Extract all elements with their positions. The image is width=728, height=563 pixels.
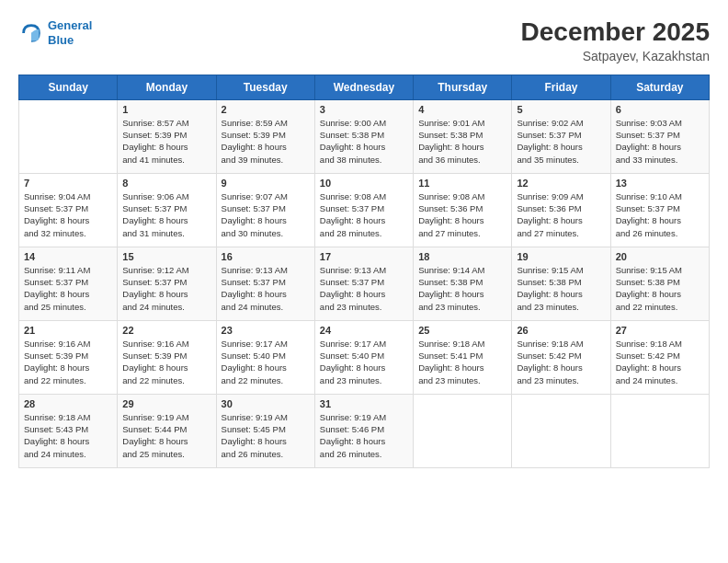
title-block: December 2025 Satpayev, Kazakhstan — [521, 18, 710, 63]
calendar-cell: 15Sunrise: 9:12 AM Sunset: 5:37 PM Dayli… — [118, 247, 216, 320]
day-header-monday: Monday — [118, 75, 216, 99]
day-info: Sunrise: 9:19 AM Sunset: 5:46 PM Dayligh… — [320, 411, 408, 460]
calendar-cell: 2Sunrise: 8:59 AM Sunset: 5:39 PM Daylig… — [216, 99, 314, 173]
calendar-cell: 18Sunrise: 9:14 AM Sunset: 5:38 PM Dayli… — [414, 247, 512, 320]
day-number: 17 — [320, 251, 408, 262]
calendar-cell: 9Sunrise: 9:07 AM Sunset: 5:37 PM Daylig… — [216, 173, 314, 247]
day-number: 6 — [616, 104, 704, 115]
day-number: 24 — [320, 325, 408, 336]
day-number: 7 — [24, 178, 112, 189]
calendar-cell: 12Sunrise: 9:09 AM Sunset: 5:36 PM Dayli… — [512, 173, 610, 247]
day-number: 3 — [320, 104, 408, 115]
calendar-cell: 10Sunrise: 9:08 AM Sunset: 5:37 PM Dayli… — [314, 173, 413, 247]
day-info: Sunrise: 9:10 AM Sunset: 5:37 PM Dayligh… — [616, 190, 704, 239]
day-info: Sunrise: 9:08 AM Sunset: 5:36 PM Dayligh… — [418, 190, 506, 239]
logo-icon — [18, 20, 44, 46]
calendar-cell: 13Sunrise: 9:10 AM Sunset: 5:37 PM Dayli… — [610, 173, 709, 247]
day-info: Sunrise: 8:59 AM Sunset: 5:39 PM Dayligh… — [222, 117, 310, 166]
calendar-cell — [610, 394, 709, 467]
day-info: Sunrise: 9:17 AM Sunset: 5:40 PM Dayligh… — [320, 338, 408, 386]
logo-text: General Blue — [48, 18, 92, 47]
day-number: 9 — [222, 178, 310, 189]
calendar-cell: 17Sunrise: 9:13 AM Sunset: 5:37 PM Dayli… — [314, 247, 413, 320]
day-number: 21 — [24, 325, 112, 336]
day-number: 5 — [517, 104, 605, 115]
day-info: Sunrise: 9:19 AM Sunset: 5:45 PM Dayligh… — [222, 411, 310, 460]
day-number: 28 — [24, 398, 112, 409]
day-info: Sunrise: 9:18 AM Sunset: 5:41 PM Dayligh… — [418, 338, 506, 386]
day-info: Sunrise: 9:18 AM Sunset: 5:43 PM Dayligh… — [24, 411, 112, 460]
day-number: 29 — [122, 398, 210, 409]
calendar-cell: 6Sunrise: 9:03 AM Sunset: 5:37 PM Daylig… — [610, 99, 709, 173]
day-header-thursday: Thursday — [414, 75, 512, 99]
subtitle: Satpayev, Kazakhstan — [521, 49, 710, 63]
week-row-2: 7Sunrise: 9:04 AM Sunset: 5:37 PM Daylig… — [19, 173, 710, 247]
day-header-sunday: Sunday — [19, 75, 118, 99]
calendar-cell: 5Sunrise: 9:02 AM Sunset: 5:37 PM Daylig… — [512, 99, 610, 173]
calendar-cell: 14Sunrise: 9:11 AM Sunset: 5:37 PM Dayli… — [19, 247, 118, 320]
calendar-cell: 23Sunrise: 9:17 AM Sunset: 5:40 PM Dayli… — [216, 320, 314, 394]
day-number: 18 — [418, 251, 506, 262]
calendar-cell: 30Sunrise: 9:19 AM Sunset: 5:45 PM Dayli… — [216, 394, 314, 467]
day-info: Sunrise: 9:02 AM Sunset: 5:37 PM Dayligh… — [517, 117, 605, 166]
day-header-tuesday: Tuesday — [216, 75, 314, 99]
header: General Blue December 2025 Satpayev, Kaz… — [18, 18, 710, 63]
day-number: 1 — [122, 104, 210, 115]
week-row-5: 28Sunrise: 9:18 AM Sunset: 5:43 PM Dayli… — [19, 394, 710, 467]
day-info: Sunrise: 9:00 AM Sunset: 5:38 PM Dayligh… — [320, 117, 408, 166]
day-number: 16 — [222, 251, 310, 262]
day-number: 19 — [517, 251, 605, 262]
day-info: Sunrise: 9:03 AM Sunset: 5:37 PM Dayligh… — [616, 117, 704, 166]
day-info: Sunrise: 9:01 AM Sunset: 5:38 PM Dayligh… — [418, 117, 506, 166]
calendar-cell: 1Sunrise: 8:57 AM Sunset: 5:39 PM Daylig… — [118, 99, 216, 173]
calendar-cell — [512, 394, 610, 467]
calendar-cell: 11Sunrise: 9:08 AM Sunset: 5:36 PM Dayli… — [414, 173, 512, 247]
day-number: 25 — [418, 325, 506, 336]
calendar-header-row: SundayMondayTuesdayWednesdayThursdayFrid… — [19, 75, 710, 99]
week-row-3: 14Sunrise: 9:11 AM Sunset: 5:37 PM Dayli… — [19, 247, 710, 320]
day-info: Sunrise: 9:13 AM Sunset: 5:37 PM Dayligh… — [320, 264, 408, 313]
page: General Blue December 2025 Satpayev, Kaz… — [0, 0, 728, 563]
day-number: 15 — [122, 251, 210, 262]
calendar-cell — [414, 394, 512, 467]
day-info: Sunrise: 9:16 AM Sunset: 5:39 PM Dayligh… — [122, 338, 210, 386]
day-number: 13 — [616, 178, 704, 189]
day-header-friday: Friday — [512, 75, 610, 99]
day-info: Sunrise: 9:14 AM Sunset: 5:38 PM Dayligh… — [418, 264, 506, 313]
calendar-cell: 22Sunrise: 9:16 AM Sunset: 5:39 PM Dayli… — [118, 320, 216, 394]
day-number: 27 — [616, 325, 704, 336]
calendar-cell: 31Sunrise: 9:19 AM Sunset: 5:46 PM Dayli… — [314, 394, 413, 467]
day-info: Sunrise: 9:15 AM Sunset: 5:38 PM Dayligh… — [616, 264, 704, 313]
day-number: 12 — [517, 178, 605, 189]
day-info: Sunrise: 9:13 AM Sunset: 5:37 PM Dayligh… — [222, 264, 310, 313]
day-info: Sunrise: 9:11 AM Sunset: 5:37 PM Dayligh… — [24, 264, 112, 313]
main-title: December 2025 — [521, 18, 710, 47]
day-number: 10 — [320, 178, 408, 189]
day-info: Sunrise: 9:04 AM Sunset: 5:37 PM Dayligh… — [24, 190, 112, 239]
day-info: Sunrise: 9:09 AM Sunset: 5:36 PM Dayligh… — [517, 190, 605, 239]
day-number: 20 — [616, 251, 704, 262]
day-info: Sunrise: 8:57 AM Sunset: 5:39 PM Dayligh… — [122, 117, 210, 166]
calendar-cell: 3Sunrise: 9:00 AM Sunset: 5:38 PM Daylig… — [314, 99, 413, 173]
logo: General Blue — [18, 18, 92, 47]
calendar-cell: 19Sunrise: 9:15 AM Sunset: 5:38 PM Dayli… — [512, 247, 610, 320]
day-number: 23 — [222, 325, 310, 336]
calendar-cell: 24Sunrise: 9:17 AM Sunset: 5:40 PM Dayli… — [314, 320, 413, 394]
calendar-cell: 16Sunrise: 9:13 AM Sunset: 5:37 PM Dayli… — [216, 247, 314, 320]
day-info: Sunrise: 9:19 AM Sunset: 5:44 PM Dayligh… — [122, 411, 210, 460]
day-info: Sunrise: 9:18 AM Sunset: 5:42 PM Dayligh… — [616, 338, 704, 386]
calendar-cell: 25Sunrise: 9:18 AM Sunset: 5:41 PM Dayli… — [414, 320, 512, 394]
calendar-cell: 7Sunrise: 9:04 AM Sunset: 5:37 PM Daylig… — [19, 173, 118, 247]
day-info: Sunrise: 9:15 AM Sunset: 5:38 PM Dayligh… — [517, 264, 605, 313]
day-info: Sunrise: 9:07 AM Sunset: 5:37 PM Dayligh… — [222, 190, 310, 239]
day-number: 2 — [222, 104, 310, 115]
day-info: Sunrise: 9:17 AM Sunset: 5:40 PM Dayligh… — [222, 338, 310, 386]
calendar-cell: 29Sunrise: 9:19 AM Sunset: 5:44 PM Dayli… — [118, 394, 216, 467]
day-header-saturday: Saturday — [610, 75, 709, 99]
calendar-cell: 27Sunrise: 9:18 AM Sunset: 5:42 PM Dayli… — [610, 320, 709, 394]
day-number: 22 — [122, 325, 210, 336]
calendar-table: SundayMondayTuesdayWednesdayThursdayFrid… — [18, 75, 710, 468]
calendar-cell: 21Sunrise: 9:16 AM Sunset: 5:39 PM Dayli… — [19, 320, 118, 394]
calendar-cell: 8Sunrise: 9:06 AM Sunset: 5:37 PM Daylig… — [118, 173, 216, 247]
day-info: Sunrise: 9:16 AM Sunset: 5:39 PM Dayligh… — [24, 338, 112, 386]
